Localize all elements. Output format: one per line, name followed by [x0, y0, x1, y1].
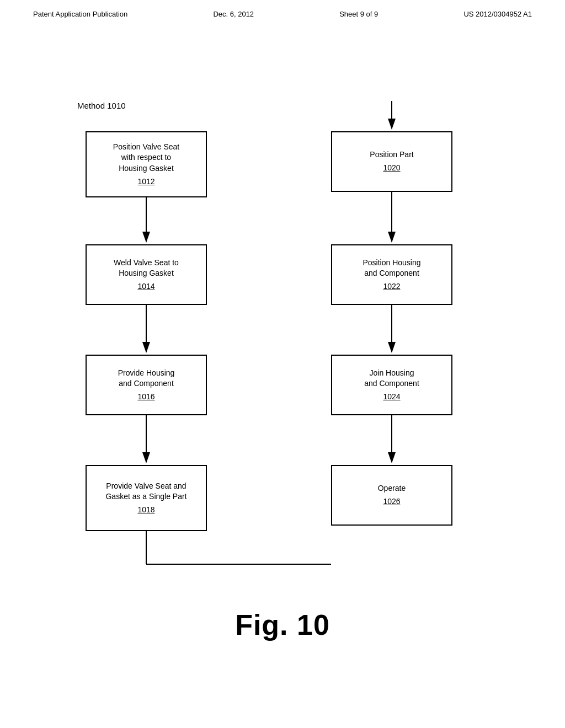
method-label: Method 1010: [77, 101, 126, 110]
header-sheet: Sheet 9 of 9: [339, 10, 378, 18]
box-1020: Position Part 1020: [331, 131, 452, 192]
figure-caption: Fig. 10: [235, 608, 330, 641]
header-right: US 2012/0304952 A1: [463, 10, 532, 18]
box-1014: Weld Valve Seat toHousing Gasket 1014: [86, 244, 207, 305]
box-1018: Provide Valve Seat andGasket as a Single…: [86, 465, 207, 531]
page-header: Patent Application Publication Dec. 6, 2…: [0, 0, 565, 18]
box-1012: Position Valve Seatwith respect toHousin…: [86, 131, 207, 197]
flow-arrows: [0, 24, 565, 658]
header-left: Patent Application Publication: [33, 10, 127, 18]
box-1026: Operate 1026: [331, 465, 452, 526]
box-1022: Position Housingand Component 1022: [331, 244, 452, 305]
box-1016: Provide Housingand Component 1016: [86, 355, 207, 415]
box-1024: Join Housingand Component 1024: [331, 355, 452, 415]
header-center: Dec. 6, 2012: [213, 10, 254, 18]
diagram-area: Method 1010 Position Valve Seatwith resp…: [0, 24, 565, 658]
